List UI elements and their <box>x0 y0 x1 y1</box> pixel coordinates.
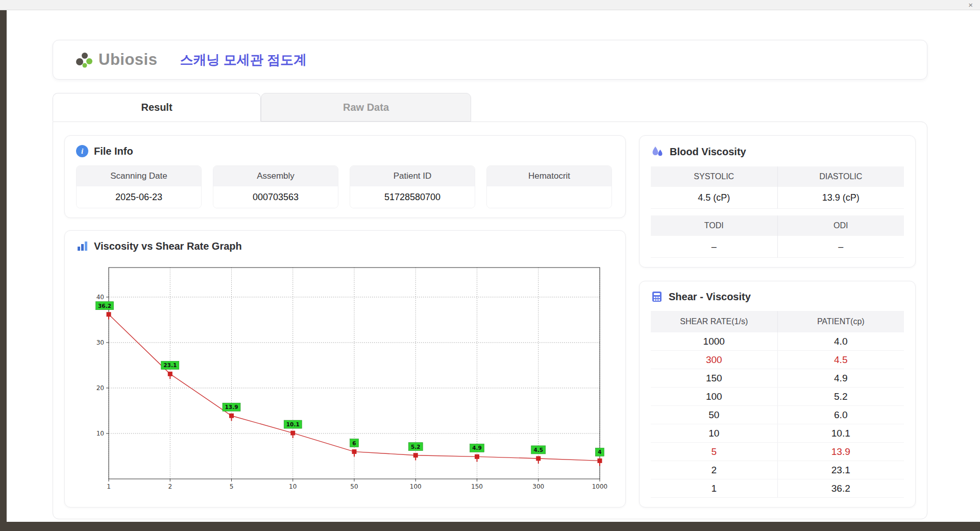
file-info-header: i File Info <box>76 145 614 157</box>
svg-text:40: 40 <box>96 294 104 301</box>
window-titlebar: × <box>0 0 980 10</box>
svg-text:13.9: 13.9 <box>225 404 238 410</box>
svg-text:300: 300 <box>532 483 544 490</box>
shear-rate-cell: 1000 <box>651 332 778 350</box>
blood-viscosity-title: Blood Viscosity <box>670 146 746 158</box>
shear-rate-cell: 150 <box>651 369 778 387</box>
svg-text:30: 30 <box>96 339 104 346</box>
systolic-header: SYSTOLIC <box>651 166 778 187</box>
field-label: Hematocrit <box>487 166 611 186</box>
table-row: 4.5 (cP) 13.9 (cP) <box>651 187 904 209</box>
field-value: 000703563 <box>213 186 338 208</box>
bar-chart-icon <box>76 240 88 252</box>
graph-card: Viscosity vs Shear Rate Graph 1020304012… <box>64 230 626 508</box>
table-row: 1 36.2 <box>651 479 904 498</box>
shear-rate-cell: 5 <box>651 443 778 461</box>
svg-text:4.9: 4.9 <box>472 445 482 451</box>
file-info-title: File Info <box>94 146 133 157</box>
patient-cell: 5.2 <box>778 388 904 405</box>
shear-viscosity-card: Shear - Viscosity SHEAR RATE(1/s) PATIEN… <box>639 281 916 508</box>
svg-text:6: 6 <box>352 440 356 446</box>
svg-text:1: 1 <box>107 483 111 490</box>
tab-bar: Result Raw Data <box>53 93 927 122</box>
graph-header: Viscosity vs Shear Rate Graph <box>76 240 614 252</box>
svg-text:100: 100 <box>410 483 422 490</box>
tab-result[interactable]: Result <box>53 93 261 122</box>
graph-title: Viscosity vs Shear Rate Graph <box>94 240 242 252</box>
result-panel: i File Info Scanning Date 2025-06-23 Ass… <box>53 122 927 519</box>
svg-text:23.1: 23.1 <box>163 362 177 368</box>
table-row: 150 4.9 <box>651 369 904 388</box>
field-value <box>487 186 611 208</box>
svg-text:4: 4 <box>598 449 601 455</box>
svg-text:150: 150 <box>471 483 483 490</box>
diastolic-value: 13.9 (cP) <box>778 187 904 209</box>
field-label: Patient ID <box>350 166 475 186</box>
info-icon: i <box>76 145 88 157</box>
field-hematocrit: Hematocrit <box>486 165 612 208</box>
shear-rate-cell: 300 <box>651 351 778 369</box>
svg-text:4.5: 4.5 <box>533 447 543 453</box>
table-row: TODI ODI <box>651 215 904 236</box>
patient-cell: 23.1 <box>778 461 904 479</box>
shear-rate-cell: 1 <box>651 479 778 497</box>
svg-text:36.2: 36.2 <box>98 303 111 309</box>
right-column: Blood Viscosity SYSTOLIC DIASTOLIC 4.5 (… <box>639 135 916 508</box>
file-info-card: i File Info Scanning Date 2025-06-23 Ass… <box>64 135 626 218</box>
page-content: Ubiosis 스캐닝 모세관 점도계 Result Raw Data i Fi… <box>7 10 927 519</box>
table-row: 300 4.5 <box>651 351 904 369</box>
shear-viscosity-header: Shear - Viscosity <box>651 291 904 303</box>
patient-cell: 10.1 <box>778 424 904 442</box>
field-value: 51728580700 <box>350 186 475 208</box>
logo-leaf-icon <box>75 51 95 69</box>
patient-column-header: PATIENT(cp) <box>778 311 904 332</box>
field-label: Scanning Date <box>77 166 201 186</box>
viscosity-chart: 102030401251050100150300100036.223.113.9… <box>83 260 609 495</box>
blood-viscosity-header: Blood Viscosity <box>651 145 904 158</box>
systolic-value: 4.5 (cP) <box>651 187 778 209</box>
blood-drops-icon <box>651 145 664 158</box>
logo-text: Ubiosis <box>99 51 157 69</box>
diastolic-header: DIASTOLIC <box>778 166 904 187</box>
table-row: 5 13.9 <box>651 443 904 461</box>
odi-value: – <box>778 236 904 258</box>
svg-text:5: 5 <box>230 483 234 490</box>
patient-cell: 4.0 <box>778 332 904 350</box>
todi-header: TODI <box>651 215 778 236</box>
blood-viscosity-table: SYSTOLIC DIASTOLIC 4.5 (cP) 13.9 (cP) TO… <box>651 166 904 258</box>
file-info-fields: Scanning Date 2025-06-23 Assembly 000703… <box>76 165 614 208</box>
table-row: SYSTOLIC DIASTOLIC <box>651 166 904 187</box>
svg-text:1000: 1000 <box>592 483 608 490</box>
svg-text:5.2: 5.2 <box>411 444 421 450</box>
calculator-icon <box>651 291 663 303</box>
tab-raw-data-label: Raw Data <box>343 102 389 113</box>
left-column: i File Info Scanning Date 2025-06-23 Ass… <box>64 135 626 508</box>
field-label: Assembly <box>213 166 338 186</box>
field-scanning-date: Scanning Date 2025-06-23 <box>76 165 202 208</box>
field-assembly: Assembly 000703563 <box>213 165 338 208</box>
shear-viscosity-table: SHEAR RATE(1/s) PATIENT(cp) 1000 4.0 300… <box>651 311 904 498</box>
field-value: 2025-06-23 <box>77 186 201 208</box>
patient-cell: 6.0 <box>778 406 904 424</box>
patient-cell: 13.9 <box>778 443 904 461</box>
patient-cell: 36.2 <box>778 479 904 497</box>
table-row: 50 6.0 <box>651 406 904 424</box>
table-header-row: SHEAR RATE(1/s) PATIENT(cp) <box>651 311 904 332</box>
app-logo: Ubiosis <box>75 51 157 69</box>
odi-header: ODI <box>778 215 904 236</box>
svg-text:2: 2 <box>168 483 172 490</box>
shear-rate-column-header: SHEAR RATE(1/s) <box>651 311 778 332</box>
shear-rate-cell: 10 <box>651 424 778 442</box>
shear-rate-cell: 2 <box>651 461 778 479</box>
svg-text:50: 50 <box>350 483 358 490</box>
shear-rate-cell: 50 <box>651 406 778 424</box>
blood-viscosity-card: Blood Viscosity SYSTOLIC DIASTOLIC 4.5 (… <box>639 135 916 268</box>
close-icon[interactable]: × <box>968 1 973 10</box>
tab-raw-data[interactable]: Raw Data <box>261 93 471 122</box>
patient-cell: 4.9 <box>778 369 904 387</box>
table-row: 2 23.1 <box>651 461 904 479</box>
field-patient-id: Patient ID 51728580700 <box>350 165 475 208</box>
patient-cell: 4.5 <box>778 351 904 369</box>
table-row: 1000 4.0 <box>651 332 904 351</box>
table-row: 100 5.2 <box>651 388 904 406</box>
